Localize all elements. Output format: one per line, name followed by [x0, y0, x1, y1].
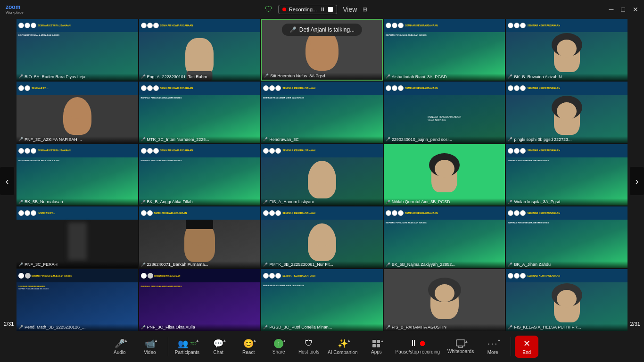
- participant-name-4: Aisha Indah Riani_3A_PGSD: [392, 74, 447, 79]
- audio-label: Audio: [114, 350, 126, 355]
- svg-rect-3: [377, 340, 380, 343]
- mic-icon-24: 🎤: [386, 325, 390, 329]
- ai-companion-icon: ✨ ▲: [338, 338, 348, 349]
- ai-companion-button[interactable]: ✨ ▲ AI Companion: [325, 337, 360, 357]
- participant-name-5: BK_B_Ruwaida Azizah N: [514, 74, 561, 79]
- recording-dot: [282, 8, 286, 11]
- chat-label: Chat: [214, 350, 223, 355]
- shield-icon: 🛡: [265, 5, 272, 14]
- end-button[interactable]: ✕ End: [515, 336, 538, 358]
- close-button[interactable]: ✕: [633, 6, 638, 13]
- apps-label: Apps: [371, 349, 382, 354]
- recording-stop-icon: [328, 7, 333, 12]
- talking-mic-icon: 🎤: [289, 26, 297, 33]
- participant-name-10: pingki sophi 3b pgsd 222723...: [514, 137, 571, 142]
- page-indicator-right: 2/31: [630, 321, 640, 327]
- mic-icon-1: 🎤: [18, 74, 23, 79]
- end-icon: ✕: [523, 338, 530, 349]
- titlebar-controls: ─ □ ✕: [609, 6, 638, 13]
- chat-icon: 💬 ▲: [213, 338, 223, 349]
- participant-name-13: FIS_A_Hanum Listiyani: [269, 199, 314, 204]
- participant-name-3: Siti Hoerotun Nufus_3A Pgsd: [270, 74, 325, 78]
- whiteboards-button[interactable]: ▲ Whiteboards: [445, 337, 477, 356]
- more-button[interactable]: ··· ▲ More: [479, 336, 507, 357]
- talking-text: Deti Anjani is talking...: [299, 26, 355, 33]
- nav-next-button[interactable]: ›: [630, 167, 644, 195]
- participant-name-9: 2290240010_pajrin_pend sosi...: [392, 137, 452, 142]
- react-icon: 😊 ▲: [243, 338, 254, 349]
- titlebar-center: 🛡 Recording... ⏸ View ⊞: [265, 5, 367, 14]
- participant-cell-1: SEMINAR KEWIRAUSAHAAN INSPIRASI PENGUSAH…: [17, 19, 138, 81]
- minimize-button[interactable]: ─: [609, 6, 614, 13]
- participant-cell-6: SEMINAR PD... 🎤PNF_3C_AZKIYA NAFISAH ...: [17, 82, 138, 143]
- whiteboards-icon: ▲: [456, 339, 465, 348]
- share-icon: ↑ ▲: [274, 339, 283, 348]
- react-button[interactable]: 😊 ▲ React: [234, 337, 263, 357]
- mic-icon-9: 🎤: [386, 137, 390, 141]
- host-tools-button[interactable]: 🛡 Host tools: [295, 337, 323, 356]
- ai-companion-label: AI Companion: [328, 350, 357, 355]
- video-label: Video: [144, 350, 156, 355]
- participant-cell-13: SEMINAR KEWIRAUSAHAAN 🎤FIS_A_Hanum Listi…: [261, 144, 383, 206]
- nav-prev-button[interactable]: ‹: [0, 167, 14, 195]
- participant-name-2: Eng_A_2223230101_Tati Rahm...: [147, 74, 211, 79]
- participant-name-23: PGSD_3C_Putri Conelia Minan...: [269, 325, 332, 329]
- separator-2: [511, 337, 511, 356]
- participant-name-14: Nihlah Qurrotul Aini_3B_PGSD: [392, 199, 450, 204]
- participant-name-12: BK_B_Anggi Atika Fillah: [147, 199, 193, 204]
- participant-name-25: FIS_KELAS A_HELSA PUTRI PR...: [514, 325, 581, 329]
- mic-icon-3: 🎤: [264, 74, 269, 78]
- share-button[interactable]: ↑ ▲ Share: [264, 337, 293, 356]
- recording-label: Recording...: [289, 7, 317, 12]
- participant-name-16: PNF_3C_FERAH: [25, 262, 58, 267]
- participant-name-1: BIO_5A_Raden Rara Piyas Leja...: [25, 74, 89, 79]
- maximize-button[interactable]: □: [621, 6, 625, 13]
- participant-name-8: Hendrawan_3C: [269, 137, 299, 142]
- svg-rect-5: [377, 344, 380, 347]
- mic-icon-5: 🎤: [508, 74, 512, 79]
- recording-badge: Recording... ⏸: [278, 5, 337, 14]
- whiteboards-label: Whiteboards: [447, 349, 474, 354]
- participant-cell-7: SEMINAR KEWIRAUSAHAAN INSPIRASI PENGUSAH…: [139, 82, 261, 143]
- participant-cell-14: 🎤Nihlah Qurrotul Aini_3B_PGSD: [384, 144, 505, 206]
- participant-cell-17: SEMINAR KEWIRAUSAHAAN 🎤2286240071_Barkah…: [139, 206, 261, 268]
- mic-icon-23: 🎤: [263, 325, 268, 329]
- titlebar: zoom Workplace 🛡 Recording... ⏸ View ⊞ ─…: [0, 0, 644, 19]
- participants-button[interactable]: 👥 755 ▲ Participants: [172, 337, 202, 357]
- mic-icon-7: 🎤: [141, 137, 146, 141]
- zoom-wordmark: zoom: [6, 4, 24, 10]
- more-label: More: [487, 350, 498, 355]
- participant-name-6: PNF_3C_AZKIYA NAFISAH ...: [25, 137, 82, 142]
- svg-text:↑: ↑: [277, 340, 280, 347]
- mic-icon-10: 🎤: [508, 137, 512, 141]
- participants-icon: 👥 755 ▲: [178, 338, 196, 349]
- participant-cell-23: SEMINAR KEWIRAUSAHAAN INSPIRASI PENGUSAH…: [261, 269, 383, 331]
- mic-icon-15: 🎤: [508, 200, 512, 204]
- video-grid: SEMINAR KEWIRAUSAHAAN INSPIRASI PENGUSAH…: [17, 19, 627, 331]
- participant-name-17: 2286240071_Barkah Purnama...: [147, 262, 208, 267]
- pause-recording-button[interactable]: ⏸ ⏺ Pause/stop recording: [392, 337, 443, 356]
- participant-name-18: PMTK_3B_2225230061_Nur Fit...: [269, 262, 333, 267]
- mic-icon-17: 🎤: [141, 263, 146, 267]
- zoom-subtitle: Workplace: [6, 11, 24, 15]
- more-icon: ··· ▲: [487, 338, 498, 349]
- participant-cell-15: SEMINAR KEWIRAUSAHAAN INSPIRASI PENGUSAH…: [506, 144, 627, 206]
- participant-name-7: MTK_3C_Intan Nurhaeni_2225...: [147, 137, 209, 142]
- participant-cell-16: INSPIRASI PD... 🎤PNF_3C_FERAH: [17, 206, 138, 268]
- mic-icon-20: 🎤: [508, 263, 512, 267]
- mic-icon-6: 🎤: [18, 137, 23, 141]
- chat-button[interactable]: 💬 ▲ Chat: [204, 337, 232, 357]
- view-button[interactable]: View: [343, 6, 357, 13]
- participant-cell-2: SEMINAR KEWIRAUSAHAAN 🎤Eng_A_2223230101_…: [139, 19, 261, 81]
- participant-name-22: PNF_3C_Filsa Okta Aulia: [147, 325, 195, 329]
- host-tools-icon: 🛡: [305, 338, 313, 348]
- participant-name-21: Pend. Math_3B_2225230126_...: [25, 325, 86, 329]
- video-icon: 📹 ▲: [145, 338, 155, 349]
- apps-button[interactable]: ▲ Apps: [362, 337, 390, 356]
- react-label: React: [242, 350, 255, 355]
- talking-badge: 🎤 Deti Anjani is talking...: [282, 24, 362, 36]
- participant-name-20: BK_A_Jihan Zahdu: [514, 262, 551, 267]
- video-button[interactable]: 📹 ▲ Video: [136, 337, 164, 357]
- participant-name-11: BK_5B_Nurmalasari: [25, 199, 63, 204]
- audio-button[interactable]: 🎤 ▲ Audio: [106, 337, 134, 357]
